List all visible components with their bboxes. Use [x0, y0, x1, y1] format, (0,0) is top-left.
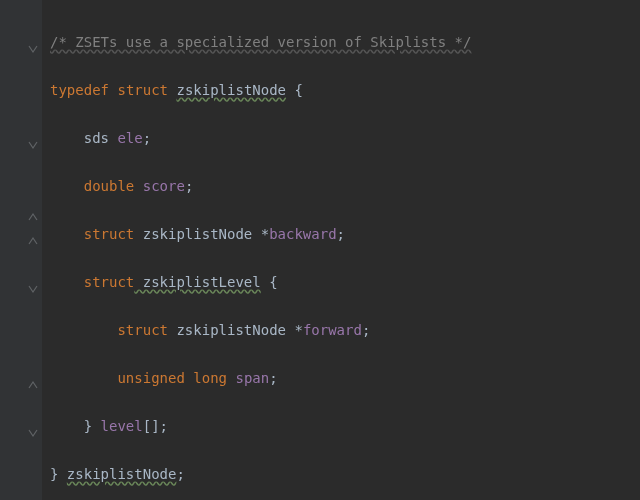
fold-open-icon[interactable]: [28, 37, 38, 47]
gutter: [0, 0, 42, 500]
fold-open-icon[interactable]: [28, 277, 38, 287]
code-editor: /* ZSETs use a specialized version of Sk…: [0, 0, 640, 500]
fold-open-icon[interactable]: [28, 421, 38, 431]
fold-open-icon[interactable]: [28, 133, 38, 143]
fold-close-icon[interactable]: [28, 373, 38, 383]
comment: /* ZSETs use a specialized version of Sk…: [50, 34, 471, 50]
fold-close-icon[interactable]: [28, 205, 38, 215]
fold-close-icon[interactable]: [28, 493, 38, 500]
code-area[interactable]: /* ZSETs use a specialized version of Sk…: [42, 0, 640, 500]
fold-close-icon[interactable]: [28, 229, 38, 239]
